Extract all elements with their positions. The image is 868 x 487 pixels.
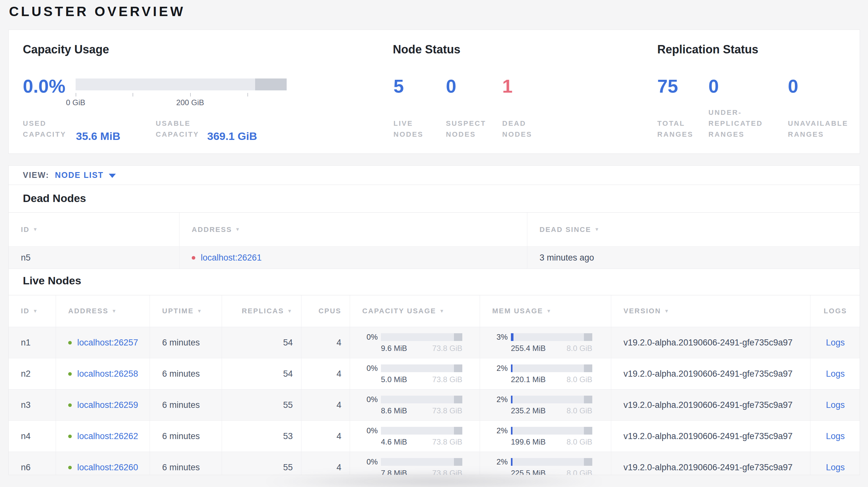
capacity-usage-meter: 0%9.6 MiB73.8 GiB (350, 333, 462, 353)
column-header-id[interactable]: ID▼ (9, 295, 56, 327)
replication-label: TOTALRANGES (657, 118, 693, 140)
column-header-uptime[interactable]: UPTIME▼ (150, 295, 222, 327)
column-header-dead-since[interactable]: DEAD SINCE▼ (527, 213, 860, 247)
view-mode-dropdown[interactable]: NODE LIST (55, 170, 116, 180)
mem-usage-bar-used (511, 364, 513, 372)
column-header-address[interactable]: ADDRESS▼ (56, 295, 150, 327)
cell-uptime: 6 minutes (150, 327, 222, 358)
capacity-usage-bar (381, 427, 462, 434)
cell-uptime: 6 minutes (150, 421, 222, 452)
cell-logs: Logs (810, 421, 860, 452)
cell-version: v19.2.0-alpha.20190606-2491-gfe735c9a97 (611, 358, 810, 389)
mem-usage-meter: 2%220.1 MiB8.0 GiB (480, 364, 592, 384)
capacity-usage-bar (381, 364, 462, 372)
node-logs-link[interactable]: Logs (826, 462, 845, 473)
cell-cpus: 4 (302, 358, 350, 389)
cell-node-id: n5 (9, 247, 180, 268)
mem-usage: 2%235.2 MiB8.0 GiB (480, 390, 611, 420)
node-status-label: SUSPECTNODES (446, 118, 486, 140)
node-address-link[interactable]: localhost:26262 (77, 431, 138, 441)
view-label: VIEW: (23, 170, 49, 180)
replication-label: UNAVAILABLERANGES (788, 118, 848, 140)
mem-usage-bar-used (511, 396, 513, 403)
column-header-label: LOGS (824, 307, 847, 315)
node-logs-link[interactable]: Logs (826, 400, 845, 410)
cell-logs: Logs (810, 327, 860, 358)
replication-value: 0 (708, 77, 719, 96)
capacity-usage-total-value: 73.8 GiB (432, 437, 462, 447)
capacity-usage-percent: 0% (352, 457, 378, 466)
node-address-link[interactable]: localhost:26259 (77, 400, 138, 410)
mem-usage-percent: 2% (483, 364, 508, 373)
capacity-usage-total-value: 73.8 GiB (432, 406, 462, 415)
cell-address: localhost:26262 (56, 421, 150, 452)
column-header-cpus: CPUS (302, 295, 350, 327)
column-header-label: ADDRESS (68, 307, 108, 315)
node-address-link[interactable]: localhost:26260 (77, 462, 138, 473)
capacity-axis-tick (247, 93, 248, 97)
capacity-usage: 0%9.6 MiB73.8 GiB (350, 327, 480, 358)
replication-status-heading: Replication Status (657, 43, 758, 56)
column-header-replicas[interactable]: REPLICAS▼ (222, 295, 302, 327)
capacity-axis-tick (75, 93, 76, 97)
table-header-row: ID▼ADDRESS▼UPTIME▼REPLICAS▼CPUSCAPACITY … (9, 295, 860, 327)
capacity-usage-bar-reserved (454, 364, 462, 372)
node-status-value: 1 (502, 77, 513, 96)
cell-uptime: 6 minutes (150, 390, 222, 420)
cell-logs: Logs (810, 452, 860, 475)
capacity-usage-used-value: 4.6 MiB (381, 437, 407, 447)
capacity-usage-used-value: 5.0 MiB (381, 375, 407, 384)
replication-value: 0 (788, 77, 798, 96)
mem-usage: 3%255.4 MiB8.0 GiB (480, 327, 611, 358)
column-header-address[interactable]: ADDRESS▼ (180, 213, 527, 247)
capacity-usage-total-value: 73.8 GiB (432, 375, 462, 384)
table-row: n1localhost:262576 minutes5440%9.6 MiB73… (9, 327, 860, 358)
node-address-link[interactable]: localhost:26261 (201, 253, 261, 263)
mem-usage-bar-used (511, 427, 513, 434)
node-address-link[interactable]: localhost:26257 (77, 338, 138, 348)
column-header-label: UPTIME (162, 307, 194, 315)
live-node-dot-icon (68, 434, 72, 438)
sort-arrow-icon: ▼ (33, 226, 38, 232)
node-status-value: 0 (446, 77, 456, 96)
capacity-usage-meter: 0%4.6 MiB73.8 GiB (350, 426, 462, 447)
capacity-axis-label: 200 GiB (176, 98, 204, 107)
node-logs-link[interactable]: Logs (826, 431, 845, 441)
node-address-link[interactable]: localhost:26258 (77, 369, 138, 379)
cell-node-id: n1 (9, 327, 56, 358)
capacity-stat-label: USEDCAPACITY (23, 118, 66, 140)
capacity-usage-percent: 0% (352, 333, 378, 342)
column-header-label: DEAD SINCE (539, 226, 591, 234)
capacity-usage-heading: Capacity Usage (23, 43, 109, 56)
table-row: n3localhost:262596 minutes5540%8.6 MiB73… (9, 389, 860, 420)
column-header-label: CAPACITY USAGE (362, 307, 436, 315)
column-header-capacity-usage[interactable]: CAPACITY USAGE▼ (350, 295, 480, 327)
column-header-id[interactable]: ID▼ (9, 213, 180, 247)
cell-node-id: n3 (9, 390, 56, 420)
capacity-usage-bar-reserved (454, 396, 462, 403)
node-logs-link[interactable]: Logs (826, 369, 845, 379)
node-logs-link[interactable]: Logs (826, 338, 845, 348)
cell-dead-since: 3 minutes ago (527, 247, 860, 268)
mem-usage-meter: 2%235.2 MiB8.0 GiB (480, 395, 592, 415)
column-header-version[interactable]: VERSION▼ (611, 295, 810, 327)
column-header-mem-usage[interactable]: MEM USAGE▼ (480, 295, 611, 327)
dead-node-dot-icon (192, 256, 195, 260)
capacity-usage-percent: 0% (352, 426, 378, 435)
live-node-dot-icon (68, 403, 72, 407)
cell-address: localhost:26258 (56, 358, 150, 389)
mem-usage-bar-used (511, 333, 514, 341)
capacity-usage-percent: 0% (352, 364, 378, 373)
capacity-usage-used-value: 9.6 MiB (381, 344, 407, 353)
window-bottom-shadow (212, 470, 656, 487)
mem-usage-bar-reserved (584, 396, 592, 403)
nodes-card: Dead Nodes ID▼ADDRESS▼DEAD SINCE▼n5local… (8, 185, 860, 475)
table-row: n2localhost:262586 minutes5440%5.0 MiB73… (9, 358, 860, 389)
mem-usage-percent: 3% (483, 333, 508, 342)
capacity-usage: 0%8.6 MiB73.8 GiB (350, 390, 480, 420)
table-header-row: ID▼ADDRESS▼DEAD SINCE▼ (9, 213, 860, 247)
mem-usage-percent: 2% (483, 395, 508, 404)
node-status-heading: Node Status (393, 43, 460, 56)
cell-version: v19.2.0-alpha.20190606-2491-gfe735c9a97 (611, 390, 810, 420)
column-header-logs: LOGS (810, 295, 860, 327)
